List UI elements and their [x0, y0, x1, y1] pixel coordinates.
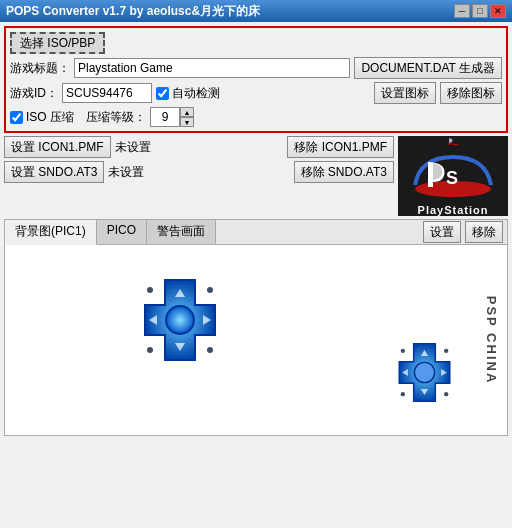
row-icon1: 设置 ICON1.PMF 未设置 移除 ICON1.PMF	[4, 136, 394, 158]
window-body: 选择 ISO/PBP 游戏标题： DOCUMENT.DAT 生成器 游戏ID： …	[0, 22, 512, 528]
tabs-header: 背景图(PIC1) PICO 警告画面 设置 移除	[5, 220, 507, 245]
game-title-input[interactable]	[74, 58, 350, 78]
game-id-input[interactable]	[62, 83, 152, 103]
tab-content: PSP CHINA	[5, 245, 507, 435]
tab-pico[interactable]: PICO	[97, 220, 147, 244]
set-icon-button[interactable]: 设置图标	[374, 82, 436, 104]
svg-point-17	[444, 349, 448, 353]
spinbox-up-button[interactable]: ▲	[180, 107, 194, 117]
ps-logo-graphic: S	[408, 147, 498, 202]
svg-point-10	[207, 347, 213, 353]
close-button[interactable]: ✕	[490, 4, 506, 18]
auto-detect-checkbox[interactable]	[156, 87, 169, 100]
row-game-title: 游戏标题： DOCUMENT.DAT 生成器	[10, 57, 502, 79]
minimize-button[interactable]: ─	[454, 4, 470, 18]
auto-detect-label: 自动检测	[172, 85, 220, 102]
compress-level-label: 压缩等级：	[86, 109, 146, 126]
game-id-label: 游戏ID：	[10, 85, 58, 102]
remove-icon-button[interactable]: 移除图标	[440, 82, 502, 104]
auto-detect-group[interactable]: 自动检测	[156, 85, 220, 102]
svg-point-9	[147, 347, 153, 353]
dpad-large-icon	[135, 275, 225, 365]
compress-level-spinbox: ▲ ▼	[150, 107, 194, 127]
document-dat-button[interactable]: DOCUMENT.DAT 生成器	[354, 57, 502, 79]
maximize-button[interactable]: □	[472, 4, 488, 18]
tab-warning[interactable]: 警告画面	[147, 220, 216, 244]
ps-logo-text: PlayStation	[418, 204, 489, 216]
title-bar-text: POPS Converter v1.7 by aeolusc&月光下的床	[6, 3, 260, 20]
svg-point-2	[166, 306, 194, 334]
row-snd: 设置 SNDO.AT3 未设置 移除 SNDO.AT3	[4, 161, 394, 183]
row-select-iso: 选择 ISO/PBP	[10, 32, 502, 54]
set-icon1-button[interactable]: 设置 ICON1.PMF	[4, 136, 111, 158]
compress-level-input[interactable]	[150, 107, 180, 127]
svg-point-8	[207, 287, 213, 293]
svg-point-18	[401, 392, 405, 396]
remove-icon1-button[interactable]: 移除 ICON1.PMF	[287, 136, 394, 158]
row-game-id: 游戏ID： 自动检测 设置图标 移除图标	[10, 82, 502, 104]
iso-compress-group[interactable]: ISO 压缩	[10, 109, 74, 126]
iso-compress-checkbox[interactable]	[10, 111, 23, 124]
snd-status: 未设置	[108, 164, 144, 181]
select-iso-button[interactable]: 选择 ISO/PBP	[10, 32, 105, 54]
tabs-section: 背景图(PIC1) PICO 警告画面 设置 移除	[4, 219, 508, 436]
title-bar: POPS Converter v1.7 by aeolusc&月光下的床 ─ □…	[0, 0, 512, 22]
icon-buttons: 设置 ICON1.PMF 未设置 移除 ICON1.PMF 设置 SNDO.AT…	[4, 136, 394, 216]
iso-compress-label: ISO 压缩	[26, 109, 74, 126]
ps-logo-box: S PlayStation	[398, 136, 508, 216]
remove-button[interactable]: 移除	[465, 221, 503, 243]
game-title-label: 游戏标题：	[10, 60, 70, 77]
title-bar-buttons: ─ □ ✕	[454, 4, 506, 18]
svg-point-16	[401, 349, 405, 353]
svg-point-7	[147, 287, 153, 293]
spinbox-down-button[interactable]: ▼	[180, 117, 194, 127]
set-snd-button[interactable]: 设置 SNDO.AT3	[4, 161, 104, 183]
remove-snd-button[interactable]: 移除 SNDO.AT3	[294, 161, 394, 183]
set-button[interactable]: 设置	[423, 221, 461, 243]
svg-point-19	[444, 392, 448, 396]
icon1-status: 未设置	[115, 139, 151, 156]
psp-china-watermark: PSP CHINA	[484, 296, 499, 385]
svg-text:S: S	[446, 168, 458, 188]
dpad-small-icon	[392, 340, 457, 405]
tab-pic1[interactable]: 背景图(PIC1)	[5, 220, 97, 245]
middle-section: 设置 ICON1.PMF 未设置 移除 ICON1.PMF 设置 SNDO.AT…	[4, 136, 508, 216]
svg-point-11	[414, 362, 434, 382]
